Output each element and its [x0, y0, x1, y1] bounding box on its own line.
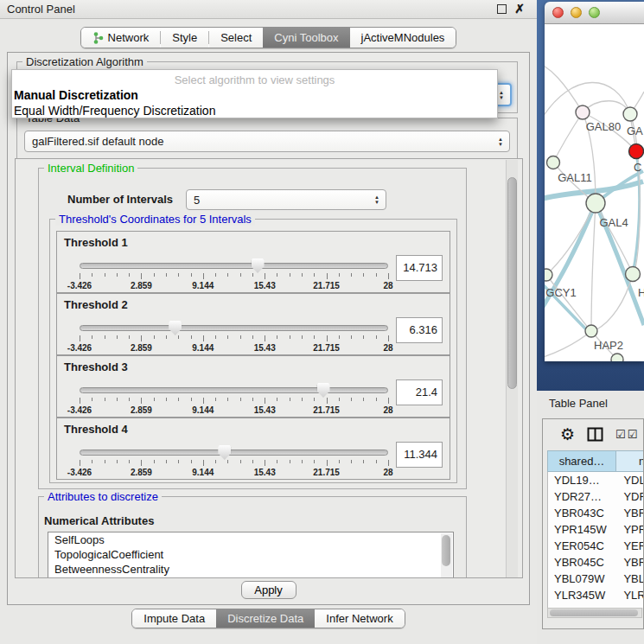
- slider-tick: [178, 335, 179, 339]
- tab-jactivemnodules[interactable]: jActiveMNodules: [350, 28, 456, 48]
- threshold-1-slider-track[interactable]: [80, 263, 388, 269]
- threshold-1-slider-thumb[interactable]: [252, 258, 265, 273]
- interval-definition-group: Interval Definition Number of Intervals …: [38, 168, 467, 489]
- threshold-2-slider-track[interactable]: [80, 325, 388, 331]
- table-data-combobox[interactable]: galFiltered.sif default node ▲▼: [24, 131, 510, 152]
- network-node[interactable]: C: [629, 144, 644, 175]
- slider-tick: [339, 460, 340, 463]
- threshold-2-label: Threshold 2: [64, 298, 128, 311]
- table-row[interactable]: YER054CYER0: [548, 538, 644, 554]
- threshold-3-value-field[interactable]: 21.4: [396, 379, 443, 405]
- network-node[interactable]: [611, 354, 623, 361]
- table-row[interactable]: YBR043CYBR0: [548, 505, 644, 521]
- table-row[interactable]: YPR145WYPR1: [548, 521, 644, 538]
- settings-scrollbar[interactable]: [506, 160, 518, 578]
- dropdown-option-equal-width-frequency[interactable]: Equal Width/Frequency Discretization: [12, 103, 497, 118]
- threshold-3-slider-track[interactable]: [80, 387, 388, 393]
- column-header-name[interactable]: n: [616, 450, 644, 472]
- network-node[interactable]: HAP2: [585, 325, 623, 352]
- slider-tick: [302, 335, 303, 339]
- close-traffic-light-icon[interactable]: [552, 7, 564, 18]
- slider-tick: [327, 460, 328, 466]
- threshold-1-value-field[interactable]: 14.713: [396, 255, 443, 281]
- table-body: YDL19…YDL1YDR27…YDR2YBR043CYBR0YPR145WYP…: [547, 472, 644, 608]
- cell-name: YDL1: [616, 472, 644, 488]
- slider-tick: [290, 398, 290, 401]
- attributes-group: Attributes to discretize Numerical Attri…: [38, 496, 467, 578]
- tab-impute-data[interactable]: Impute Data: [132, 609, 216, 628]
- float-window-icon[interactable]: [497, 4, 507, 14]
- cell-shared-name: YDL19…: [548, 472, 616, 488]
- network-view-window: GAL80GACGAL11GAL4GCY1HHAP2: [545, 2, 644, 361]
- network-window-titlebar[interactable]: [545, 2, 644, 24]
- table-data-selected-value: galFiltered.sif default node: [32, 135, 163, 148]
- cyni-discretize-panel: Discretization Algorithm ▲▼ Table Data g…: [7, 52, 530, 605]
- threshold-4-slider-track[interactable]: [80, 450, 388, 456]
- tab-style[interactable]: Style: [161, 28, 208, 48]
- threshold-2-slider-thumb[interactable]: [169, 321, 182, 335]
- network-node-label: GAL80: [586, 120, 621, 133]
- slider-tick: [314, 398, 315, 401]
- slider-tick: [105, 398, 105, 401]
- slider-tick: [240, 335, 241, 339]
- column-layout-icon[interactable]: [587, 427, 603, 442]
- slider-tick: [80, 335, 80, 341]
- table-row[interactable]: YLR345WYLR3: [548, 587, 644, 603]
- close-icon[interactable]: ✗: [514, 3, 525, 14]
- slider-tick: [277, 460, 277, 463]
- apply-button[interactable]: Apply: [241, 581, 296, 599]
- slider-tick-label: 9.144: [177, 281, 229, 290]
- table-row[interactable]: YDL19…YDL1: [548, 472, 644, 488]
- cell-shared-name: YER054C: [548, 538, 616, 554]
- network-canvas[interactable]: GAL80GACGAL11GAL4GCY1HHAP2: [545, 24, 644, 361]
- dropdown-option-manual-discretization[interactable]: Manual Discretization: [12, 87, 497, 103]
- zoom-traffic-light-icon[interactable]: [589, 7, 600, 18]
- table-horizontal-scrollbar[interactable]: [547, 608, 642, 618]
- slider-tick: [215, 273, 216, 277]
- threshold-4-slider-thumb[interactable]: [218, 445, 231, 460]
- cell-name: YLR3: [616, 587, 644, 603]
- table-row[interactable]: YBL079WYBL0: [548, 571, 644, 587]
- slider-tick: [141, 335, 142, 341]
- attributes-list-scrollbar[interactable]: [441, 533, 452, 578]
- threshold-2-value-field[interactable]: 6.316: [396, 317, 443, 343]
- number-of-intervals-combobox[interactable]: 5 ▲▼: [186, 189, 386, 210]
- tab-infer-network[interactable]: Infer Network: [315, 609, 404, 628]
- network-node[interactable]: GAL4: [586, 194, 628, 229]
- slider-tick: [178, 273, 179, 277]
- tab-network[interactable]: Network: [81, 28, 161, 48]
- slider-tick-label: -3.426: [54, 405, 105, 415]
- numerical-attributes-label: Numerical Attributes: [44, 514, 154, 527]
- cell-shared-name: YBR043C: [548, 505, 616, 521]
- slider-tick: [80, 398, 80, 404]
- number-of-intervals-label: Number of Intervals: [67, 193, 173, 206]
- threshold-4-value-field[interactable]: 11.344: [396, 442, 443, 468]
- minimize-traffic-light-icon[interactable]: [571, 7, 582, 18]
- list-item[interactable]: TopologicalCoefficient: [48, 547, 453, 562]
- slider-tick: [351, 460, 352, 463]
- tab-select[interactable]: Select: [209, 28, 263, 48]
- gear-icon[interactable]: ⚙: [560, 426, 575, 443]
- list-item[interactable]: BetweennessCentrality: [48, 562, 453, 577]
- table-row[interactable]: YBR045CYBR0: [548, 554, 644, 571]
- checkbox-icons[interactable]: ☑☑: [615, 428, 639, 441]
- network-node-label: GAL11: [558, 171, 592, 184]
- slider-tick: [203, 460, 204, 466]
- tab-cyni-toolbox[interactable]: Cyni Toolbox: [263, 28, 349, 48]
- list-item[interactable]: SelfLoops: [48, 532, 453, 547]
- slider-tick: [105, 335, 105, 339]
- table-row[interactable]: YDR27…YDR2: [548, 488, 644, 505]
- slider-tick: [105, 273, 105, 277]
- threshold-3-slider-thumb[interactable]: [317, 383, 330, 398]
- column-header-shared-name[interactable]: shared…: [547, 450, 616, 472]
- network-node[interactable]: GAL11: [547, 156, 592, 185]
- slider-tick: [376, 460, 377, 463]
- slider-tick: [154, 460, 155, 463]
- interval-definition-title: Interval Definition: [44, 162, 137, 175]
- cell-shared-name: YBL079W: [548, 571, 616, 587]
- tab-discretize-data[interactable]: Discretize Data: [216, 609, 315, 628]
- network-node[interactable]: GAL80: [576, 105, 621, 133]
- threshold-3-label: Threshold 3: [64, 360, 128, 373]
- slider-tick: [215, 335, 216, 339]
- slider-tick: [277, 398, 277, 401]
